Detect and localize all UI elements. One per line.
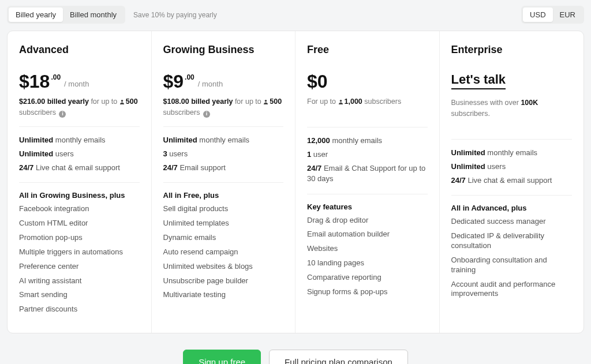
price-row: $9 .00 / month [163,72,284,91]
price-cents: .00 [185,73,194,81]
feature-item: Sell digital products [163,204,284,214]
subscriber-line: For up to 1,000 subscribers [307,96,428,107]
feature-item: Signup forms & pop-ups [307,287,428,297]
feature-list: Drag & drop editorEmail automation build… [307,216,428,302]
users-line: Unlimited users [19,149,140,159]
price-main: $0 [307,72,328,91]
plans-grid: Advanced $18 .00 / month $216.00 billed … [7,31,584,333]
feature-item: Unlimited websites & blogs [163,262,284,272]
feature-item: Onboarding consultation and training [451,256,573,275]
price-per: / month [64,80,89,88]
feature-item: Email automation builder [307,230,428,239]
feature-item: Dedicated IP & deliverability consultati… [451,231,573,251]
plan-name: Growing Business [163,44,284,56]
currency-toggle: USD EUR [521,6,584,24]
support-line: 24/7 Email & Chat Support for up to 30 d… [307,163,428,184]
emails-line: Unlimited monthly emails [163,135,284,145]
separator [163,182,284,183]
info-icon[interactable]: i [203,111,210,118]
currency-eur-button[interactable]: EUR [553,7,582,22]
feature-list: Sell digital productsUnlimited templates… [163,204,284,305]
price-per: / month [198,80,223,88]
separator [451,139,573,140]
feature-item: Account audit and performance improvemen… [451,280,573,299]
users-line: 3 users [163,149,284,159]
price-main: $18 [19,72,50,91]
emails-line: 12,000 monthly emails [307,136,428,146]
feature-item: Partner discounts [19,305,140,314]
lets-talk-link[interactable]: Let's talk [451,72,506,89]
separator [307,194,428,194]
info-icon[interactable]: i [59,111,66,118]
billed-line: $108.00 billed yearly for up to 500 subs… [163,96,284,118]
topbar: Billed yearly Billed monthly Save 10% by… [7,6,584,24]
features-title: All in Advanced, plus [451,204,573,212]
plan-name: Enterprise [451,44,573,56]
billed-yearly-button[interactable]: Billed yearly [9,7,63,22]
person-icon [119,99,125,104]
person-icon [338,99,343,104]
separator [451,195,573,196]
plan-name: Advanced [19,44,140,56]
billed-monthly-button[interactable]: Billed monthly [63,7,124,22]
feature-item: Promotion pop-ups [19,233,140,243]
feature-item: Unsubscribe page builder [163,276,284,286]
price-main: $9 [163,72,184,91]
feature-item: Unlimited templates [163,219,284,228]
plan-name: Free [307,44,428,56]
currency-usd-button[interactable]: USD [523,7,552,22]
feature-item: Drag & drop editor [307,216,428,226]
separator [307,127,428,127]
plan-enterprise: Enterprise Let's talk Businesses with ov… [440,31,584,333]
price-cents: .00 [51,73,61,81]
emails-line: Unlimited monthly emails [451,148,573,158]
support-line: 24/7 Email support [163,163,284,173]
plan-free: Free $0 For up to 1,000 subscribers 12,0… [296,31,440,333]
svg-point-0 [121,100,123,102]
feature-item: 10 landing pages [307,258,428,268]
subscriber-line: Businesses with over 100K subscribers. [451,97,573,119]
svg-point-1 [265,100,267,102]
sign-up-free-button[interactable]: Sign up free [183,350,261,364]
feature-item: Dynamic emails [163,233,284,243]
feature-item: Preference center [19,262,140,272]
plan-growing-business: Growing Business $9 .00 / month $108.00 … [152,31,296,333]
feature-item: Auto resend campaign [163,247,284,257]
support-line: 24/7 Live chat & email support [19,163,140,173]
billed-line: $216.00 billed yearly for up to 500 subs… [19,96,140,118]
emails-line: Unlimited monthly emails [19,135,140,145]
person-icon [263,99,268,104]
feature-item: AI writing assistant [19,276,140,286]
save-note: Save 10% by paying yearly [133,11,217,19]
features-title: All in Growing Business, plus [19,191,140,200]
separator [19,182,140,183]
feature-item: Multivariate testing [163,290,284,300]
cta-row: Sign up free Full pricing plan compariso… [7,350,584,364]
users-line: 1 user [307,149,428,160]
feature-list: Dedicated success managerDedicated IP & … [451,217,573,303]
svg-point-2 [339,100,342,102]
billing-toggle: Billed yearly Billed monthly [7,6,125,24]
features-title: All in Free, plus [163,191,284,200]
plan-advanced: Advanced $18 .00 / month $216.00 billed … [8,31,152,333]
feature-list: Facebook integrationCustom HTML editorPr… [19,204,140,319]
separator [19,126,140,127]
feature-item: Smart sending [19,290,140,300]
feature-item: Custom HTML editor [19,219,140,228]
features-title: Key features [307,202,428,211]
full-comparison-button[interactable]: Full pricing plan comparison [269,350,408,364]
feature-item: Facebook integration [19,204,140,214]
users-line: Unlimited users [451,162,573,172]
price-row: $0 [307,72,428,91]
feature-item: Comparative reporting [307,273,428,283]
feature-item: Websites [307,244,428,254]
separator [163,126,284,127]
support-line: 24/7 Live chat & email support [451,175,573,186]
feature-item: Dedicated success manager [451,217,573,227]
feature-item: Multiple triggers in automations [19,247,140,257]
price-row: $18 .00 / month [19,72,140,91]
